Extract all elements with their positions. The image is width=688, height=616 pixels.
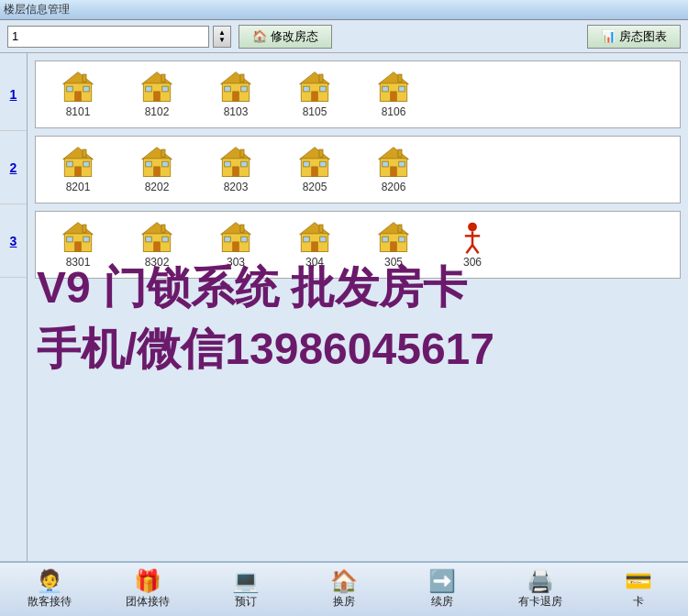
svg-rect-82 — [304, 236, 310, 242]
group-icon: 🎁 — [134, 570, 161, 592]
svg-rect-27 — [391, 92, 397, 102]
svg-rect-71 — [162, 236, 169, 242]
room-cell-303[interactable]: 303 — [199, 217, 272, 272]
floor-input[interactable] — [7, 26, 209, 48]
checkin-label: 散客接待 — [28, 594, 72, 610]
room-cell-304[interactable]: 304 — [278, 217, 351, 272]
svg-point-90 — [468, 223, 477, 232]
svg-marker-78 — [300, 223, 330, 235]
room-cell-8206[interactable]: 8206 — [357, 142, 430, 197]
svg-rect-79 — [319, 225, 323, 232]
floor-row-1: 8101 8102 8103 — [35, 60, 681, 128]
floor-row-2: 8201 8202 8203 — [35, 136, 681, 204]
toolbar-btn-renew[interactable]: ➡️ 续房 — [401, 565, 483, 614]
floor-row-3: 8301 8302 303 — [35, 211, 681, 279]
svg-rect-47 — [241, 161, 248, 167]
svg-rect-35 — [83, 161, 90, 167]
checkin-icon: 🧑‍💼 — [36, 570, 63, 592]
svg-rect-25 — [398, 74, 402, 82]
svg-marker-54 — [379, 148, 409, 160]
room-number-306: 306 — [463, 256, 482, 269]
room-cell-305[interactable]: 305 — [357, 217, 430, 272]
toolbar-btn-checkin[interactable]: 🧑‍💼 散客接待 — [8, 565, 91, 614]
floor-arrow[interactable]: ▲ ▼ — [213, 26, 231, 48]
room-cell-8202[interactable]: 8202 — [120, 142, 194, 197]
room-cell-306[interactable]: 306 — [436, 217, 509, 272]
modify-icon: 🏠 — [252, 29, 267, 43]
svg-marker-24 — [379, 72, 409, 84]
svg-marker-72 — [221, 223, 251, 235]
svg-rect-53 — [320, 161, 327, 167]
svg-rect-69 — [154, 242, 161, 252]
svg-rect-29 — [399, 86, 405, 92]
room-cell-8203[interactable]: 8203 — [199, 142, 272, 197]
svg-marker-84 — [379, 223, 409, 235]
svg-rect-81 — [312, 242, 318, 252]
svg-rect-17 — [241, 86, 248, 92]
svg-rect-59 — [399, 161, 405, 167]
room-number-8105: 8105 — [303, 105, 327, 118]
svg-marker-66 — [142, 223, 172, 235]
room-cell-8105[interactable]: 8105 — [278, 67, 351, 122]
room-grid-area: 8101 8102 8103 — [28, 53, 688, 561]
svg-rect-1 — [83, 74, 86, 82]
chart-icon: 📊 — [601, 29, 616, 43]
svg-rect-7 — [161, 74, 165, 82]
room-number-8106: 8106 — [382, 105, 406, 118]
svg-rect-87 — [391, 242, 397, 252]
svg-line-94 — [472, 245, 479, 253]
svg-rect-15 — [233, 92, 239, 102]
floor-select-wrap: ▲ ▼ — [7, 26, 231, 48]
room-cell-8302[interactable]: 8302 — [120, 217, 194, 272]
svg-rect-19 — [319, 74, 323, 82]
toolbar-btn-checkout[interactable]: 🖨️ 有卡退房 — [499, 565, 582, 614]
modify-room-status-button[interactable]: 🏠 修改房态 — [239, 25, 332, 49]
svg-rect-57 — [391, 167, 397, 177]
toolbar-btn-group[interactable]: 🎁 团体接待 — [106, 565, 189, 614]
room-cell-8106[interactable]: 8106 — [357, 67, 430, 122]
toolbar-btn-change[interactable]: 🏠 换房 — [303, 565, 385, 614]
svg-rect-64 — [67, 236, 73, 242]
svg-rect-75 — [233, 242, 239, 252]
svg-marker-42 — [221, 148, 251, 160]
svg-rect-40 — [146, 161, 152, 167]
svg-marker-48 — [300, 148, 330, 160]
room-number-8302: 8302 — [145, 256, 170, 269]
svg-rect-88 — [383, 236, 389, 242]
checkout-icon: 🖨️ — [527, 570, 554, 592]
svg-rect-61 — [83, 225, 86, 232]
reserve-icon: 💻 — [232, 570, 260, 592]
svg-rect-63 — [75, 242, 82, 252]
svg-rect-76 — [225, 236, 231, 242]
floor-num-1[interactable]: 1 — [0, 58, 27, 131]
svg-rect-52 — [304, 161, 310, 167]
room-number-8202: 8202 — [145, 181, 170, 193]
room-cell-8205[interactable]: 8205 — [278, 142, 351, 197]
svg-rect-13 — [240, 74, 244, 82]
floor-num-3[interactable]: 3 — [0, 204, 27, 278]
room-cell-8103[interactable]: 8103 — [199, 67, 272, 122]
svg-rect-73 — [240, 225, 244, 232]
room-cell-8101[interactable]: 8101 — [41, 67, 115, 122]
change-label: 换房 — [333, 594, 355, 610]
svg-rect-34 — [67, 161, 73, 167]
room-cell-8301[interactable]: 8301 — [41, 217, 115, 272]
svg-rect-23 — [320, 86, 327, 92]
room-chart-button[interactable]: 📊 房态图表 — [587, 25, 681, 49]
svg-rect-41 — [162, 161, 169, 167]
svg-rect-4 — [67, 86, 73, 92]
svg-rect-31 — [83, 149, 86, 157]
toolbar-btn-reserve[interactable]: 💻 预订 — [205, 565, 287, 614]
svg-rect-45 — [233, 167, 239, 177]
room-cell-8102[interactable]: 8102 — [120, 67, 194, 122]
group-label: 团体接待 — [126, 594, 170, 610]
svg-rect-70 — [146, 236, 152, 242]
svg-rect-39 — [154, 167, 161, 177]
room-number-8301: 8301 — [66, 256, 91, 269]
floor-num-2[interactable]: 2 — [0, 131, 27, 204]
svg-rect-33 — [75, 167, 82, 177]
change-icon: 🏠 — [330, 570, 358, 592]
room-cell-8201[interactable]: 8201 — [41, 142, 115, 197]
svg-rect-46 — [225, 161, 231, 167]
toolbar-btn-card[interactable]: 💳 卡 — [597, 565, 680, 614]
